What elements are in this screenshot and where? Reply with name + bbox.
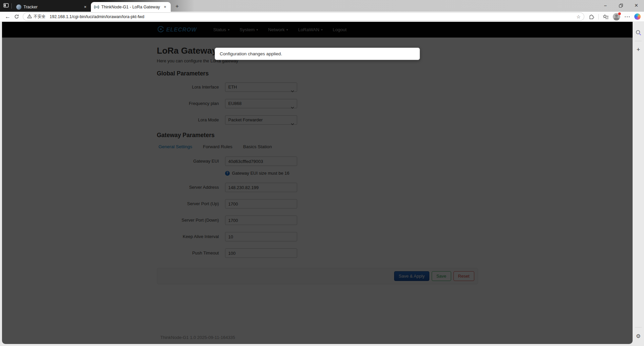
minimize-button[interactable]: −: [598, 0, 613, 11]
warning-triangle-icon: [27, 14, 32, 20]
search-icon[interactable]: [634, 28, 642, 37]
toolbar-separator: [598, 14, 599, 19]
more-menu-icon[interactable]: ⋯: [624, 13, 631, 20]
tab-title: Tracker: [23, 5, 80, 9]
toolbar-icons: ⋯: [588, 13, 641, 20]
favorite-star-icon[interactable]: ☆: [576, 14, 581, 19]
url-text[interactable]: 192.168.1.1/cgi-bin/luci/admin/lorawan/l…: [50, 14, 576, 19]
tracker-favicon-icon: [16, 4, 21, 10]
edge-sidebar: + ⚙: [633, 22, 644, 346]
extensions-icon[interactable]: [588, 13, 595, 20]
new-tab-button[interactable]: +: [173, 2, 181, 11]
refresh-button[interactable]: [12, 13, 21, 21]
restore-button[interactable]: [613, 0, 629, 11]
profile-button[interactable]: [613, 13, 620, 20]
sidebar-divider: [635, 327, 642, 328]
web-content: ELECROW Status ▾ System ▾ Network ▾ LoRa…: [2, 22, 633, 344]
tab-title: ThinkNode-G1 - LoRa Gateway -: [101, 5, 160, 9]
settings-gear-icon[interactable]: ⚙: [634, 332, 642, 340]
browser-toolbar: ← 不安全 192.168.1.1/cgi-bin/luci/admin/lor…: [0, 12, 644, 22]
tab-thinknode-active[interactable]: ThinkNode-G1 - LoRa Gateway - ×: [91, 2, 171, 12]
sidebar-divider: [635, 41, 642, 41]
favorites-list-icon[interactable]: [602, 13, 609, 20]
security-label: 不安全: [34, 14, 46, 19]
add-sidebar-item-icon[interactable]: +: [634, 46, 642, 54]
modal-dim-overlay: [2, 22, 633, 344]
copilot-icon[interactable]: [634, 13, 641, 20]
close-button[interactable]: ×: [629, 0, 644, 11]
tab-layout-button[interactable]: [0, 0, 11, 12]
address-bar[interactable]: 不安全 192.168.1.1/cgi-bin/luci/admin/loraw…: [23, 12, 584, 21]
tab-close-icon[interactable]: ×: [162, 4, 168, 10]
titlebar-divider: [11, 3, 12, 9]
toast-notification: Configuration changes applied.: [215, 48, 420, 60]
tab-tracker[interactable]: Tracker ×: [13, 2, 91, 12]
tab-close-icon[interactable]: ×: [83, 4, 88, 10]
back-button[interactable]: ←: [3, 13, 12, 21]
window-controls: − ×: [598, 0, 644, 12]
security-chip[interactable]: 不安全: [27, 14, 46, 20]
notification-dot: [618, 12, 621, 15]
browser-titlebar: Tracker × ThinkNode-G1 - LoRa Gateway - …: [0, 0, 644, 12]
antenna-favicon-icon: [94, 4, 99, 10]
tab-layout-icon: [3, 3, 9, 9]
browser-viewport: ELECROW Status ▾ System ▾ Network ▾ LoRa…: [0, 22, 644, 346]
